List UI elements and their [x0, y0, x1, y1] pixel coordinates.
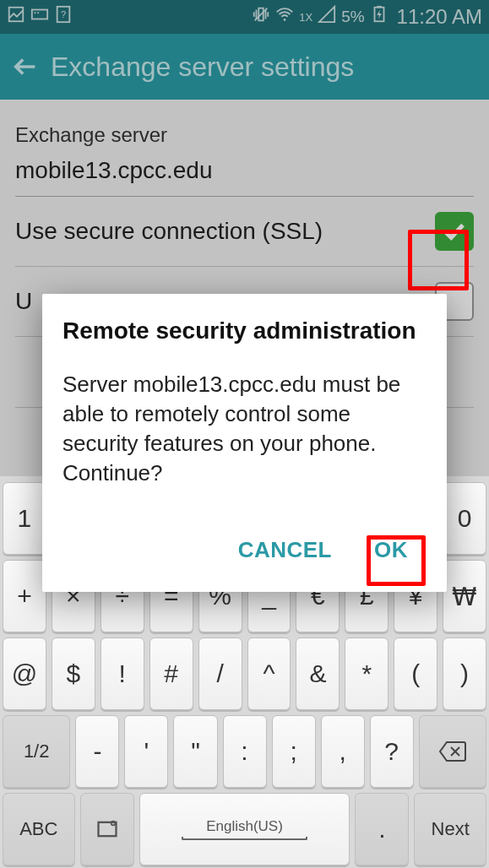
- key-@[interactable]: @: [3, 637, 46, 710]
- key-([interactable]: (: [394, 637, 437, 710]
- battery-percent: 5%: [341, 8, 364, 26]
- server-input[interactable]: mobile13.cpcc.edu: [15, 150, 474, 197]
- key-+[interactable]: +: [3, 560, 46, 632]
- key-1[interactable]: 1: [3, 482, 46, 555]
- svg-rect-9: [377, 6, 382, 8]
- key-,[interactable]: ,: [321, 715, 365, 788]
- key-0[interactable]: 0: [443, 482, 486, 555]
- wifi-icon: [275, 5, 294, 29]
- vibrate-icon: [252, 5, 270, 29]
- key-₩[interactable]: ₩: [443, 560, 486, 632]
- svg-text:?: ?: [61, 9, 66, 19]
- cancel-button[interactable]: CANCEL: [228, 530, 342, 570]
- status-bar: ? 1X 5% 11:20 AM: [0, 0, 489, 34]
- key-page-toggle[interactable]: 1/2: [3, 715, 70, 788]
- dialog-title: Remote security administration: [62, 317, 427, 344]
- key-*[interactable]: *: [345, 637, 388, 710]
- ssl-row[interactable]: Use secure connection (SSL): [15, 197, 474, 267]
- key-![interactable]: !: [101, 637, 144, 710]
- key-settings[interactable]: [80, 793, 134, 865]
- highlight-ok-button: [367, 535, 426, 586]
- key-?[interactable]: ?: [370, 715, 414, 788]
- key-#[interactable]: #: [149, 637, 193, 710]
- picture-icon: [7, 5, 25, 29]
- key-^[interactable]: ^: [247, 637, 291, 710]
- key-backspace[interactable]: [419, 715, 486, 788]
- dialog-body: Server mobile13.cpcc.edu must be able to…: [62, 370, 427, 488]
- key-$[interactable]: $: [52, 637, 95, 710]
- second-option-label: U: [15, 288, 32, 315]
- svg-rect-1: [32, 10, 47, 19]
- key-)[interactable]: ): [443, 637, 486, 710]
- back-button[interactable]: [8, 50, 42, 84]
- clock: 11:20 AM: [397, 5, 482, 29]
- ssl-label: Use secure connection (SSL): [15, 218, 323, 245]
- key-space[interactable]: English(US): [139, 793, 350, 865]
- battery-charging-icon: [370, 5, 388, 29]
- key-;[interactable]: ;: [272, 715, 316, 788]
- server-label: Exchange server: [15, 111, 474, 150]
- key-/[interactable]: /: [198, 637, 242, 710]
- svg-rect-13: [98, 822, 116, 836]
- help-icon: ?: [54, 5, 73, 29]
- svg-point-7: [284, 19, 286, 21]
- key-:[interactable]: :: [223, 715, 267, 788]
- key-abc[interactable]: ABC: [3, 793, 75, 865]
- key-"[interactable]: ": [173, 715, 217, 788]
- network-type: 1X: [299, 11, 312, 24]
- key-period[interactable]: .: [355, 793, 409, 865]
- svg-rect-0: [9, 8, 24, 22]
- highlight-ssl-checkbox: [408, 230, 469, 290]
- app-bar: Exchange server settings: [0, 34, 489, 100]
- svg-marker-10: [377, 10, 382, 19]
- key-next[interactable]: Next: [414, 793, 486, 865]
- key-&[interactable]: &: [296, 637, 340, 710]
- keyboard-icon: [30, 5, 49, 29]
- signal-icon: [318, 5, 336, 29]
- key-'[interactable]: ': [124, 715, 168, 788]
- page-title: Exchange server settings: [51, 52, 354, 83]
- key--[interactable]: -: [75, 715, 119, 788]
